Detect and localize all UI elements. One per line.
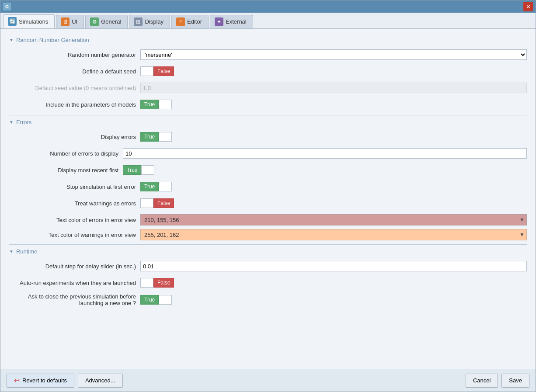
stop-sim-row: Stop simulation at first error True xyxy=(9,180,527,193)
runtime-section-header: ▼ Runtime xyxy=(9,248,527,255)
cancel-button[interactable]: Cancel xyxy=(466,374,498,388)
simulations-tab-icon: 🔄 xyxy=(8,17,17,26)
text-color-errors-control: 210, 155, 156 ▼ xyxy=(140,214,527,225)
most-recent-true-btn[interactable]: True xyxy=(123,165,141,175)
footer-right-buttons: Cancel Save xyxy=(466,374,529,388)
tab-display[interactable]: ⊞ Display xyxy=(129,15,170,28)
most-recent-label: Display most recent first xyxy=(35,167,123,173)
include-params-label: Include in the parameters of models xyxy=(9,101,140,108)
tab-simulations[interactable]: 🔄 Simulations xyxy=(3,14,55,28)
display-errors-control: True xyxy=(140,132,527,142)
text-color-warnings-value: 255, 201, 162 xyxy=(144,232,179,238)
rng-generator-select[interactable]: 'mersenne''pcg32''mt19937' xyxy=(140,49,527,60)
rng-collapse-arrow[interactable]: ▼ xyxy=(9,38,14,42)
display-tab-icon: ⊞ xyxy=(134,17,143,26)
ask-close-row: Ask to close the previous simulation bef… xyxy=(9,293,527,306)
default-seed-row: Define a default seed False xyxy=(9,65,527,77)
stop-sim-control: True xyxy=(140,181,527,192)
seed-true-area[interactable] xyxy=(140,66,153,76)
save-button[interactable]: Save xyxy=(501,374,529,388)
stop-sim-toggle[interactable]: True xyxy=(140,181,172,192)
warnings-color-dropdown-arrow[interactable]: ▼ xyxy=(519,232,525,238)
advanced-button[interactable]: Advanced... xyxy=(78,374,123,388)
most-recent-empty[interactable] xyxy=(141,165,154,175)
general-tab-icon: ⚙ xyxy=(90,17,99,26)
editor-tab-icon: ≡ xyxy=(176,17,185,26)
errors-color-dropdown-arrow[interactable]: ▼ xyxy=(519,217,525,223)
text-color-warnings-label: Text color of warnings in error view xyxy=(9,232,140,238)
revert-defaults-button[interactable]: ↩ Revert to defaults xyxy=(7,374,74,388)
num-errors-input[interactable] xyxy=(123,148,527,159)
display-errors-label: Display errors xyxy=(9,134,140,140)
text-color-warnings-swatch[interactable]: 255, 201, 162 ▼ xyxy=(140,229,527,240)
treat-warnings-row: Treat warnings as errors False xyxy=(9,197,527,209)
display-errors-empty[interactable] xyxy=(159,132,172,142)
ask-close-control: True xyxy=(140,295,527,305)
autorun-toggle[interactable]: False xyxy=(140,278,174,288)
text-color-errors-row: Text color of errors in error view 210, … xyxy=(9,214,527,226)
external-tab-label: External xyxy=(226,18,247,25)
stop-sim-empty[interactable] xyxy=(159,182,172,191)
treat-warnings-false-btn[interactable]: False xyxy=(153,198,174,208)
autorun-row: Auto-run experiments when they are launc… xyxy=(9,277,527,289)
seed-value-input[interactable] xyxy=(140,83,527,93)
close-button[interactable]: ✕ xyxy=(523,2,533,11)
titlebar: ⚙ ✕ xyxy=(0,0,536,13)
errors-section-header: ▼ Errors xyxy=(9,119,527,125)
display-errors-row: Display errors True xyxy=(9,131,527,143)
text-color-warnings-control: 255, 201, 162 ▼ xyxy=(140,229,527,240)
num-errors-control xyxy=(123,148,527,159)
autorun-false-btn[interactable]: False xyxy=(153,278,174,288)
stop-sim-true-btn[interactable]: True xyxy=(140,182,159,191)
errors-collapse-arrow[interactable]: ▼ xyxy=(9,120,14,125)
include-params-row: Include in the parameters of models True xyxy=(9,98,527,111)
main-content: ▼ Random Number Generation Random number… xyxy=(0,29,536,369)
tab-external[interactable]: ✦ External xyxy=(210,15,253,28)
runtime-collapse-arrow[interactable]: ▼ xyxy=(9,249,14,254)
treat-warnings-empty[interactable] xyxy=(140,198,153,208)
autorun-empty[interactable] xyxy=(140,278,153,288)
rng-generator-label: Random number generator xyxy=(9,52,140,58)
include-params-control: True xyxy=(140,99,527,110)
rng-generator-control: 'mersenne''pcg32''mt19937' xyxy=(140,49,527,60)
treat-warnings-toggle[interactable]: False xyxy=(140,198,174,208)
ask-close-empty[interactable] xyxy=(159,295,172,305)
rng-section-title: Random Number Generation xyxy=(16,37,89,43)
seed-value-control xyxy=(140,83,527,93)
delay-slider-label: Default step for delay slider (in sec.) xyxy=(9,263,140,270)
seed-false-btn[interactable]: False xyxy=(153,66,174,76)
rng-generator-row: Random number generator 'mersenne''pcg32… xyxy=(9,49,527,61)
cancel-label: Cancel xyxy=(473,377,491,384)
text-color-errors-swatch[interactable]: 210, 155, 156 ▼ xyxy=(140,214,527,225)
seed-value-label: Default seed value (0 means undefined) xyxy=(27,85,140,91)
tab-ui[interactable]: 🖥 UI xyxy=(56,15,84,28)
save-label: Save xyxy=(509,377,522,384)
display-errors-true-btn[interactable]: True xyxy=(140,132,159,142)
default-seed-control: False xyxy=(140,66,527,76)
random-number-section-header: ▼ Random Number Generation xyxy=(9,37,527,43)
display-tab-label: Display xyxy=(145,18,164,25)
tab-editor[interactable]: ≡ Editor xyxy=(171,15,209,28)
simulations-tab-label: Simulations xyxy=(19,18,48,25)
ui-tab-icon: 🖥 xyxy=(61,17,70,26)
treat-warnings-label: Treat warnings as errors xyxy=(9,200,140,207)
tab-general[interactable]: ⚙ General xyxy=(85,15,128,28)
text-color-warnings-row: Text color of warnings in error view 255… xyxy=(9,229,527,241)
external-tab-icon: ✦ xyxy=(215,17,223,26)
most-recent-toggle[interactable]: True xyxy=(123,165,154,175)
default-seed-toggle[interactable]: False xyxy=(140,66,174,76)
ask-close-true-btn[interactable]: True xyxy=(140,295,159,305)
include-empty-area[interactable] xyxy=(159,100,172,109)
stop-sim-label: Stop simulation at first error xyxy=(9,184,140,190)
delay-slider-input[interactable] xyxy=(140,261,527,271)
revert-label: Revert to defaults xyxy=(22,377,67,384)
seed-value-row: Default seed value (0 means undefined) xyxy=(9,82,527,94)
display-errors-toggle[interactable]: True xyxy=(140,132,172,142)
text-color-errors-label: Text color of errors in error view xyxy=(9,217,140,223)
include-params-toggle[interactable]: True xyxy=(140,99,172,110)
treat-warnings-control: False xyxy=(140,198,527,208)
autorun-control: False xyxy=(140,278,527,288)
ask-close-toggle[interactable]: True xyxy=(140,295,172,305)
include-true-btn[interactable]: True xyxy=(140,100,159,109)
revert-icon: ↩ xyxy=(14,376,20,385)
